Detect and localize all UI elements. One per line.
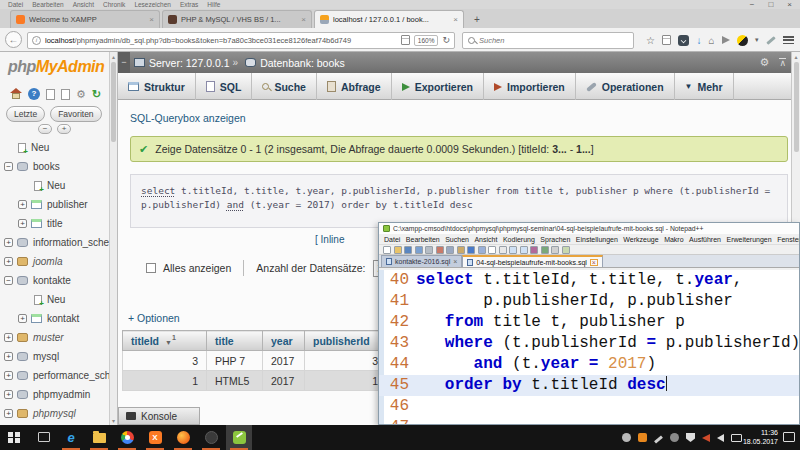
doc-map-icon[interactable] [551, 246, 559, 254]
column-header-year[interactable]: year [263, 331, 305, 351]
tab-exportieren[interactable]: Exportieren [392, 73, 484, 100]
tab-operationen[interactable]: Operationen [576, 73, 675, 100]
defender-shield-icon[interactable] [686, 433, 695, 442]
home-icon[interactable]: ⌂ [709, 35, 715, 46]
menu-hilfe[interactable]: Hilfe [207, 1, 220, 8]
expand-icon[interactable]: + [18, 314, 27, 323]
docs-icon[interactable] [46, 89, 55, 100]
sql-querybox-link[interactable]: SQL-Querybox anzeigen [130, 112, 246, 124]
npp-menu-suchen[interactable]: Suchen [445, 236, 469, 243]
tab-php-mysql[interactable]: PHP & MySQL / VHS BS / 1... × [162, 10, 312, 28]
tree-item-books-new-table[interactable]: Neu [4, 176, 110, 195]
npp-tab-books-sql[interactable]: 04-sql-beispielaufrufe-mit-books.sql × [462, 255, 603, 267]
network-icon[interactable] [731, 434, 742, 442]
scrollbar-thumb[interactable] [111, 62, 116, 142]
tree-item-publisher[interactable]: + publisher [4, 195, 110, 214]
refresh-icon[interactable]: ↻ [92, 88, 101, 100]
tree-item-performance-schema[interactable]: + performance_schema [4, 366, 110, 385]
start-button[interactable] [8, 432, 20, 444]
breadcrumb-database[interactable]: Datenbank: books [260, 57, 345, 69]
downloads-icon[interactable]: ↓ [696, 35, 701, 46]
tab-importieren[interactable]: Importieren [484, 73, 576, 100]
expand-icon[interactable]: + [18, 200, 27, 209]
tree-item-new-database[interactable]: Neu [4, 138, 110, 157]
tab-mehr[interactable]: ▼Mehr [675, 73, 734, 100]
taskbar-firefox[interactable] [170, 425, 196, 450]
tree-item-joomla[interactable]: + joomla [4, 252, 110, 271]
collapse-icon[interactable]: − [4, 162, 13, 171]
menu-bearbeiten[interactable]: Bearbeiten [32, 1, 63, 8]
expand-icon[interactable]: + [4, 390, 13, 399]
back-button[interactable]: ← [5, 31, 22, 48]
record-macro-icon[interactable] [530, 246, 538, 254]
settings-gear-icon[interactable]: ⚙ [760, 56, 770, 69]
expand-icon[interactable]: + [18, 219, 27, 228]
url-text[interactable]: localhost/phpmyadmin/db_sql.php?db=books… [45, 36, 397, 45]
tree-item-title[interactable]: + title [4, 214, 110, 233]
url-bar[interactable]: i localhost/phpmyadmin/db_sql.php?db=boo… [27, 32, 455, 49]
search-input[interactable] [479, 36, 628, 45]
tree-item-books[interactable]: − books [4, 157, 110, 176]
favorites-button[interactable]: Favoriten [50, 106, 101, 122]
copy-icon[interactable] [446, 246, 454, 254]
menu-extras[interactable]: Extras [180, 1, 198, 8]
home-icon[interactable] [10, 88, 22, 100]
close-tab-icon[interactable]: × [453, 15, 458, 24]
settings-gear-icon[interactable]: ⚙ [76, 88, 86, 100]
npp-menu-erweiterungen[interactable]: Erweiterungen [727, 236, 772, 243]
save-all-icon[interactable] [415, 246, 423, 254]
npp-menu-ausfuehren[interactable]: Ausführen [689, 236, 721, 243]
expand-icon[interactable]: + [4, 409, 13, 418]
sidebar-collapse-handle[interactable]: − [118, 52, 130, 73]
expand-icon[interactable]: + [4, 352, 13, 361]
zoom-out-icon[interactable] [520, 246, 528, 254]
help-icon[interactable]: ? [28, 88, 40, 100]
search-bar[interactable] [462, 32, 634, 49]
expand-icon[interactable]: + [4, 257, 13, 266]
cut-icon[interactable] [436, 246, 444, 254]
xampp-tray-icon[interactable] [638, 433, 647, 442]
run-macro-icon[interactable] [541, 246, 549, 254]
edit-icon[interactable] [766, 36, 776, 45]
tree-item-kontakte[interactable]: − kontakte [4, 271, 110, 290]
npp-menu-ansicht[interactable]: Ansicht [474, 236, 497, 243]
menu-chronik[interactable]: Chronik [103, 1, 125, 8]
new-tab-button[interactable]: + [468, 12, 486, 27]
volume-icon[interactable] [717, 434, 724, 442]
taskbar-edge[interactable]: e [58, 425, 84, 450]
close-button[interactable]: × [787, 0, 792, 9]
zoom-in-icon[interactable] [509, 246, 517, 254]
scroll-up-icon[interactable]: ▴ [792, 53, 800, 60]
print-icon[interactable] [425, 246, 433, 254]
tree-item-mysql[interactable]: + mysql [4, 347, 110, 366]
clipboard-icon[interactable] [662, 35, 671, 45]
function-list-icon[interactable] [562, 246, 570, 254]
column-header-publisherid[interactable]: publisherId [305, 331, 387, 351]
tab-phpmyadmin[interactable]: localhost / 127.0.0.1 / book... × [314, 10, 464, 28]
open-file-icon[interactable] [394, 246, 402, 254]
npp-menu-bearbeiten[interactable]: Bearbeiten [406, 236, 440, 243]
npp-menu-kodierung[interactable]: Kodierung [503, 236, 535, 243]
tree-item-muster[interactable]: + muster [4, 328, 110, 347]
wiki-icon[interactable] [61, 89, 70, 100]
maximize-button[interactable]: □ [768, 0, 773, 9]
npp-menu-sprachen[interactable]: Sprachen [540, 236, 570, 243]
collapse-all-button[interactable]: − [38, 124, 52, 134]
taskbar-explorer[interactable] [86, 425, 112, 450]
zoom-indicator[interactable]: 160% [414, 35, 439, 46]
tray-icon[interactable] [622, 433, 631, 442]
scroll-top-icon[interactable]: ∧ [779, 58, 786, 67]
tray-icon[interactable] [670, 433, 679, 442]
menu-datei[interactable]: Datei [8, 1, 23, 8]
tray-alert-icon[interactable] [702, 434, 710, 442]
minimize-button[interactable]: − [750, 0, 755, 9]
menu-ansicht[interactable]: Ansicht [73, 1, 94, 8]
npp-menu-einstellungen[interactable]: Einstellungen [576, 236, 618, 243]
close-tab-icon[interactable]: × [590, 259, 598, 266]
npp-menu-fenster[interactable]: Fenster [777, 236, 799, 243]
collapse-icon[interactable]: − [4, 276, 13, 285]
tab-xampp[interactable]: Welcome to XAMPP × [10, 10, 160, 28]
chevron-down-icon[interactable]: ▾ [755, 36, 759, 44]
undo-icon[interactable] [467, 246, 475, 254]
scroll-down-icon[interactable]: ▾ [110, 417, 117, 424]
